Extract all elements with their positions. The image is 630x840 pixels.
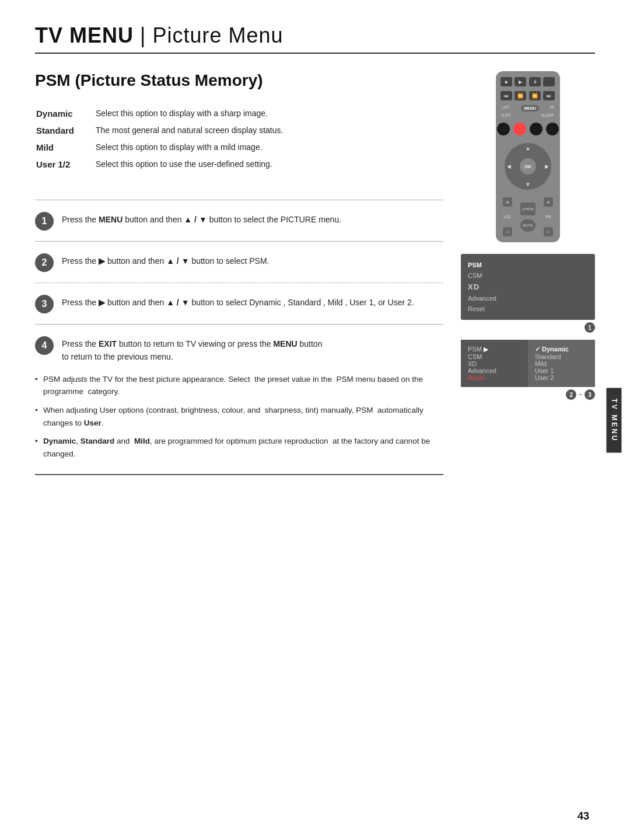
nav-right-arrow: ▶ xyxy=(545,163,549,169)
indicator-circle-2: 2 xyxy=(566,389,576,400)
remote-control: ■ ▶ ⏸ ⚫ ⏮ ⏪ ⏩ ⏭ LIST MENU xyxy=(496,71,560,242)
menu-advanced-2: Advanced xyxy=(468,367,521,374)
step-number-4: 4 xyxy=(35,336,54,355)
step-3: 3 Press the ▶ button and then ▲ / ▼ butt… xyxy=(35,294,443,313)
btn-black1 xyxy=(497,123,510,135)
term-user: User 1/2 xyxy=(36,159,94,175)
step-1: 1 Press the MENU button and then ▲ / ▼ b… xyxy=(35,211,443,231)
ok-button: OK xyxy=(520,158,536,175)
color-buttons xyxy=(497,123,559,135)
page-title: TV MENU | Picture Menu xyxy=(35,23,595,48)
list-label: LIST xyxy=(502,105,510,111)
left-content: PSM (Picture Status Memory) Dynamic Sele… xyxy=(35,71,443,481)
menu-user1: User 1 xyxy=(535,367,588,374)
def-dynamic: Select this option to display with a sha… xyxy=(96,109,442,124)
menu-screenshot-1: PSM CSM XD Advanced Reset xyxy=(461,254,595,320)
menu-dynamic: ✓ Dynamic xyxy=(535,346,588,353)
btn-red xyxy=(513,123,526,135)
table-row: Dynamic Select this option to display wi… xyxy=(36,109,442,124)
divider-3 xyxy=(35,283,443,283)
remote-labels2: EXIT SLEEP xyxy=(501,113,555,117)
record-btn: ⚫ xyxy=(543,77,555,86)
table-row: User 1/2 Select this option to use the u… xyxy=(36,159,442,175)
bottom-divider xyxy=(35,474,443,475)
step-number-2: 2 xyxy=(35,253,54,272)
menu-csm-2: CSM xyxy=(468,353,521,360)
step-text-3: Press the ▶ button and then ▲ / ▼ button… xyxy=(62,294,414,309)
divider-4 xyxy=(35,324,443,325)
vol-block: + VOL − xyxy=(503,197,512,236)
def-user: Select this option to use the user-defin… xyxy=(96,159,442,175)
menu-xd-1: XD xyxy=(468,281,588,293)
note-3: Dynamic, Standard and Mild, are programm… xyxy=(35,435,443,460)
step-indicator-2: 2 ~ 3 xyxy=(461,389,595,400)
notes-section: PSM adjusts the TV for the best picture … xyxy=(35,373,443,461)
vol-label: VOL xyxy=(503,215,512,219)
term-mild: Mild xyxy=(36,142,94,158)
menu-label: MENU xyxy=(521,105,539,111)
stop-btn: ■ xyxy=(501,77,512,86)
indicator-tilde: ~ xyxy=(579,391,584,399)
prev-btn: ⏮ xyxy=(501,91,512,100)
term-dynamic: Dynamic xyxy=(36,109,94,124)
menu-user2: User 2 xyxy=(535,374,588,381)
sleep-label: SLEEP xyxy=(541,113,554,117)
menu-csm-1: CSM xyxy=(468,270,588,281)
tv-menu-vertical-label: TV MENU xyxy=(607,388,622,452)
center-buttons: QVIEW MUTE xyxy=(520,203,536,232)
pause-btn: ⏸ xyxy=(529,77,541,86)
qview-button: QVIEW xyxy=(520,203,536,215)
step-text-1: Press the MENU button and then ▲ / ▼ but… xyxy=(62,211,341,226)
step-indicator-1: 1 xyxy=(461,322,595,333)
pr-minus: − xyxy=(544,227,553,236)
step-text-4: Press the EXIT button to return to TV vi… xyxy=(62,335,322,364)
step-4: 4 Press the EXIT button to return to TV … xyxy=(35,335,443,364)
menu-reset-2: Reset xyxy=(468,374,521,381)
ii-label: I/II xyxy=(550,105,554,111)
mute-button: MUTE xyxy=(520,219,536,232)
btn-black2 xyxy=(530,123,542,135)
menu-reset-1: Reset xyxy=(468,304,588,314)
btn-black3 xyxy=(546,123,559,135)
remote-vol-pr: + VOL − QVIEW MUTE + PR − xyxy=(501,197,555,236)
rew-btn: ⏪ xyxy=(514,91,526,100)
right-sidebar: ■ ▶ ⏸ ⚫ ⏮ ⏪ ⏩ ⏭ LIST MENU xyxy=(461,71,595,481)
indicator-circle-3: 3 xyxy=(584,389,595,400)
step-number-3: 3 xyxy=(35,295,54,313)
nav-down-arrow: ▼ xyxy=(526,182,531,187)
note-2: When adjusting User options (contrast, b… xyxy=(35,404,443,429)
nav-circle: ▲ ▼ ◀ ▶ OK xyxy=(505,143,551,190)
indicator-circle-1: 1 xyxy=(584,322,595,333)
pr-plus: + xyxy=(544,197,553,207)
step-number-1: 1 xyxy=(35,212,54,231)
menu-advanced-1: Advanced xyxy=(468,293,588,304)
remote-nav: ▲ ▼ ◀ ▶ OK xyxy=(505,143,551,190)
step-2: 2 Press the ▶ button and then ▲ / ▼ butt… xyxy=(35,252,443,272)
menu-mild: Mild xyxy=(535,360,588,367)
menu-left-col: PSM ▶ CSM XD Advanced Reset xyxy=(461,340,528,387)
pr-label: PR xyxy=(545,215,551,219)
page-number: 43 xyxy=(578,810,589,822)
remote-container: ■ ▶ ⏸ ⚫ ⏮ ⏪ ⏩ ⏭ LIST MENU xyxy=(461,71,595,242)
divider-2 xyxy=(35,241,443,242)
title-light: Picture Menu xyxy=(152,23,283,47)
remote-labels: LIST MENU I/II xyxy=(501,105,555,111)
remote-top-row1: ■ ▶ ⏸ ⚫ xyxy=(501,77,555,86)
remote-top-row2: ⏮ ⏪ ⏩ ⏭ xyxy=(501,91,555,100)
menu-screenshot-2: PSM ▶ CSM XD Advanced Reset ✓ Dynamic St… xyxy=(461,340,595,387)
def-standard: The most general and natural screen disp… xyxy=(96,126,442,141)
step-text-2: Press the ▶ button and then ▲ / ▼ button… xyxy=(62,252,269,267)
nav-up-arrow: ▲ xyxy=(526,145,531,151)
main-layout: PSM (Picture Status Memory) Dynamic Sele… xyxy=(35,71,595,481)
def-mild: Select this option to display with a mil… xyxy=(96,142,442,158)
exit-label: EXIT xyxy=(502,113,511,117)
nav-left-arrow: ◀ xyxy=(507,163,511,169)
menu-standard: Standard xyxy=(535,353,588,360)
table-row: Standard The most general and natural sc… xyxy=(36,126,442,141)
vol-plus: + xyxy=(503,197,512,207)
options-table: Dynamic Select this option to display wi… xyxy=(35,107,443,176)
divider-1 xyxy=(35,200,443,200)
menu-psm-2: PSM ▶ xyxy=(468,346,521,353)
play-btn: ▶ xyxy=(514,77,526,86)
page-header: TV MENU | Picture Menu xyxy=(35,23,595,54)
